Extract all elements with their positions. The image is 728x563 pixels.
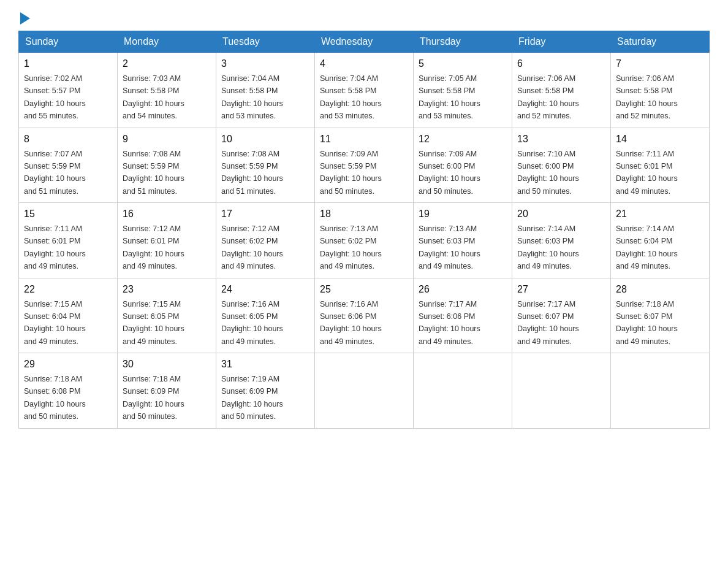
- calendar-cell: 2 Sunrise: 7:03 AMSunset: 5:58 PMDayligh…: [118, 53, 216, 128]
- day-info: Sunrise: 7:17 AMSunset: 6:07 PMDaylight:…: [517, 300, 579, 346]
- calendar-cell: 23 Sunrise: 7:15 AMSunset: 6:05 PMDaylig…: [118, 278, 216, 353]
- day-number: 26: [419, 282, 507, 297]
- calendar-cell: 7 Sunrise: 7:06 AMSunset: 5:58 PMDayligh…: [611, 53, 710, 128]
- calendar-cell: 9 Sunrise: 7:08 AMSunset: 5:59 PMDayligh…: [118, 128, 216, 203]
- day-info: Sunrise: 7:17 AMSunset: 6:06 PMDaylight:…: [419, 300, 480, 346]
- day-number: 7: [616, 56, 704, 71]
- day-number: 15: [24, 207, 112, 221]
- calendar-week-row: 29 Sunrise: 7:18 AMSunset: 6:08 PMDaylig…: [19, 353, 710, 429]
- header-sunday: Sunday: [19, 31, 118, 53]
- day-info: Sunrise: 7:15 AMSunset: 6:04 PMDaylight:…: [24, 300, 86, 346]
- day-number: 27: [517, 282, 605, 297]
- header-monday: Monday: [118, 31, 216, 53]
- header-saturday: Saturday: [611, 31, 710, 53]
- day-number: 12: [419, 132, 507, 147]
- day-number: 31: [221, 357, 309, 372]
- calendar-cell: 27 Sunrise: 7:17 AMSunset: 6:07 PMDaylig…: [512, 278, 611, 353]
- day-info: Sunrise: 7:13 AMSunset: 6:03 PMDaylight:…: [419, 224, 480, 270]
- day-number: 19: [419, 207, 507, 221]
- calendar-cell: 8 Sunrise: 7:07 AMSunset: 5:59 PMDayligh…: [19, 128, 118, 203]
- calendar-cell: 3 Sunrise: 7:04 AMSunset: 5:58 PMDayligh…: [216, 53, 315, 128]
- calendar-cell: 24 Sunrise: 7:16 AMSunset: 6:05 PMDaylig…: [216, 278, 315, 353]
- calendar-cell: 29 Sunrise: 7:18 AMSunset: 6:08 PMDaylig…: [19, 353, 118, 429]
- day-info: Sunrise: 7:19 AMSunset: 6:09 PMDaylight:…: [221, 375, 283, 421]
- header-tuesday: Tuesday: [216, 31, 315, 53]
- day-info: Sunrise: 7:13 AMSunset: 6:02 PMDaylight:…: [320, 224, 382, 270]
- calendar-cell: 21 Sunrise: 7:14 AMSunset: 6:04 PMDaylig…: [611, 203, 710, 278]
- day-number: 30: [123, 357, 211, 372]
- calendar-cell: 28 Sunrise: 7:18 AMSunset: 6:07 PMDaylig…: [611, 278, 710, 353]
- day-info: Sunrise: 7:11 AMSunset: 6:01 PMDaylight:…: [616, 150, 678, 196]
- day-info: Sunrise: 7:09 AMSunset: 6:00 PMDaylight:…: [419, 150, 480, 196]
- day-number: 13: [517, 132, 605, 147]
- calendar-cell: 26 Sunrise: 7:17 AMSunset: 6:06 PMDaylig…: [414, 278, 512, 353]
- day-number: 10: [221, 132, 309, 147]
- day-number: 20: [517, 207, 605, 221]
- day-info: Sunrise: 7:12 AMSunset: 6:02 PMDaylight:…: [221, 224, 283, 270]
- calendar-cell: 30 Sunrise: 7:18 AMSunset: 6:09 PMDaylig…: [118, 353, 216, 429]
- day-info: Sunrise: 7:15 AMSunset: 6:05 PMDaylight:…: [123, 300, 184, 346]
- day-number: 16: [123, 207, 211, 221]
- calendar-cell: [512, 353, 611, 429]
- calendar-cell: 16 Sunrise: 7:12 AMSunset: 6:01 PMDaylig…: [118, 203, 216, 278]
- day-info: Sunrise: 7:14 AMSunset: 6:03 PMDaylight:…: [517, 224, 579, 270]
- calendar-cell: 18 Sunrise: 7:13 AMSunset: 6:02 PMDaylig…: [315, 203, 414, 278]
- logo: [18, 12, 30, 20]
- calendar-cell: 1 Sunrise: 7:02 AMSunset: 5:57 PMDayligh…: [19, 53, 118, 128]
- calendar-table: SundayMondayTuesdayWednesdayThursdayFrid…: [18, 31, 710, 429]
- day-info: Sunrise: 7:06 AMSunset: 5:58 PMDaylight:…: [517, 74, 579, 120]
- day-number: 17: [221, 207, 309, 221]
- day-number: 14: [616, 132, 704, 147]
- calendar-week-row: 8 Sunrise: 7:07 AMSunset: 5:59 PMDayligh…: [19, 128, 710, 203]
- calendar-week-row: 22 Sunrise: 7:15 AMSunset: 6:04 PMDaylig…: [19, 278, 710, 353]
- day-info: Sunrise: 7:16 AMSunset: 6:06 PMDaylight:…: [320, 300, 382, 346]
- day-number: 29: [24, 357, 112, 372]
- day-info: Sunrise: 7:08 AMSunset: 5:59 PMDaylight:…: [221, 150, 283, 196]
- day-number: 9: [123, 132, 211, 147]
- calendar-cell: [414, 353, 512, 429]
- day-number: 21: [616, 207, 704, 221]
- day-info: Sunrise: 7:18 AMSunset: 6:09 PMDaylight:…: [123, 375, 184, 421]
- day-number: 25: [320, 282, 408, 297]
- calendar-cell: 6 Sunrise: 7:06 AMSunset: 5:58 PMDayligh…: [512, 53, 611, 128]
- calendar-cell: [611, 353, 710, 429]
- calendar-cell: [315, 353, 414, 429]
- day-number: 2: [123, 56, 211, 71]
- day-info: Sunrise: 7:05 AMSunset: 5:58 PMDaylight:…: [419, 74, 480, 120]
- day-info: Sunrise: 7:10 AMSunset: 6:00 PMDaylight:…: [517, 150, 579, 196]
- day-number: 11: [320, 132, 408, 147]
- day-info: Sunrise: 7:16 AMSunset: 6:05 PMDaylight:…: [221, 300, 283, 346]
- calendar-cell: 4 Sunrise: 7:04 AMSunset: 5:58 PMDayligh…: [315, 53, 414, 128]
- calendar-cell: 22 Sunrise: 7:15 AMSunset: 6:04 PMDaylig…: [19, 278, 118, 353]
- calendar-cell: 13 Sunrise: 7:10 AMSunset: 6:00 PMDaylig…: [512, 128, 611, 203]
- day-number: 4: [320, 56, 408, 71]
- calendar-cell: 14 Sunrise: 7:11 AMSunset: 6:01 PMDaylig…: [611, 128, 710, 203]
- day-info: Sunrise: 7:14 AMSunset: 6:04 PMDaylight:…: [616, 224, 678, 270]
- day-number: 8: [24, 132, 112, 147]
- day-number: 28: [616, 282, 704, 297]
- day-info: Sunrise: 7:08 AMSunset: 5:59 PMDaylight:…: [123, 150, 184, 196]
- header-wednesday: Wednesday: [315, 31, 414, 53]
- calendar-cell: 31 Sunrise: 7:19 AMSunset: 6:09 PMDaylig…: [216, 353, 315, 429]
- day-info: Sunrise: 7:18 AMSunset: 6:08 PMDaylight:…: [24, 375, 86, 421]
- day-info: Sunrise: 7:12 AMSunset: 6:01 PMDaylight:…: [123, 224, 184, 270]
- calendar-cell: 12 Sunrise: 7:09 AMSunset: 6:00 PMDaylig…: [414, 128, 512, 203]
- calendar-cell: 15 Sunrise: 7:11 AMSunset: 6:01 PMDaylig…: [19, 203, 118, 278]
- day-info: Sunrise: 7:09 AMSunset: 5:59 PMDaylight:…: [320, 150, 382, 196]
- day-info: Sunrise: 7:04 AMSunset: 5:58 PMDaylight:…: [320, 74, 382, 120]
- calendar-cell: 5 Sunrise: 7:05 AMSunset: 5:58 PMDayligh…: [414, 53, 512, 128]
- day-info: Sunrise: 7:07 AMSunset: 5:59 PMDaylight:…: [24, 150, 86, 196]
- day-number: 24: [221, 282, 309, 297]
- day-number: 5: [419, 56, 507, 71]
- day-number: 6: [517, 56, 605, 71]
- calendar-cell: 20 Sunrise: 7:14 AMSunset: 6:03 PMDaylig…: [512, 203, 611, 278]
- logo-general-text: [18, 12, 30, 23]
- calendar-cell: 17 Sunrise: 7:12 AMSunset: 6:02 PMDaylig…: [216, 203, 315, 278]
- calendar-cell: 10 Sunrise: 7:08 AMSunset: 5:59 PMDaylig…: [216, 128, 315, 203]
- day-info: Sunrise: 7:06 AMSunset: 5:58 PMDaylight:…: [616, 74, 678, 120]
- day-number: 22: [24, 282, 112, 297]
- day-number: 3: [221, 56, 309, 71]
- day-info: Sunrise: 7:11 AMSunset: 6:01 PMDaylight:…: [24, 224, 86, 270]
- header-thursday: Thursday: [414, 31, 512, 53]
- day-number: 23: [123, 282, 211, 297]
